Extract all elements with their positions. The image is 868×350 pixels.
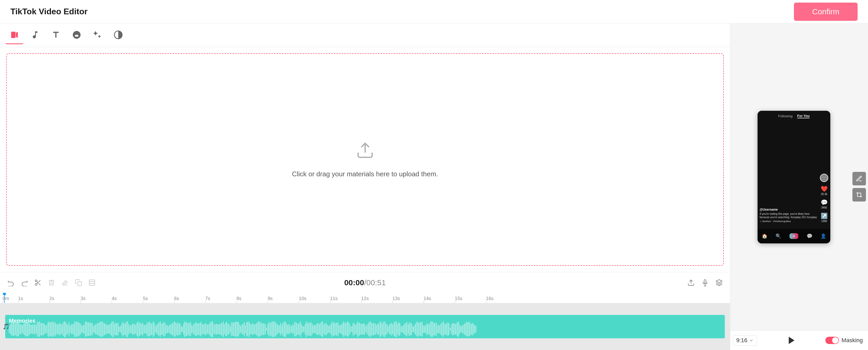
tiktok-username: @Username: [760, 208, 817, 211]
ruler-mark-11s: 11s: [330, 296, 361, 303]
masking-switch[interactable]: [826, 337, 839, 344]
layout-button[interactable]: [86, 277, 98, 288]
following-tab[interactable]: Following: [778, 114, 793, 118]
ruler-mark-10s: 10s: [299, 296, 330, 303]
music-title: Woohoo - ChristinaAguilera: [762, 220, 791, 223]
comment-icon: 💬: [821, 199, 828, 206]
upload-media-button[interactable]: [685, 277, 697, 288]
timeline-right-icons: [685, 277, 725, 288]
phone-preview: Following For You ❤️ 25.3k 💬: [757, 111, 830, 243]
undo-button[interactable]: [5, 277, 17, 288]
crop-icon: [856, 192, 863, 198]
tiktok-avatar: [820, 174, 828, 182]
ruler-mark-15s: 15s: [455, 296, 486, 303]
audio-icon: [30, 30, 40, 39]
redo-button[interactable]: [19, 277, 30, 288]
svg-point-2: [35, 280, 37, 282]
tiktok-share-wrap[interactable]: ↗️ 1358: [821, 213, 828, 223]
for-you-tab[interactable]: For You: [797, 114, 810, 118]
like-count: 25.3k: [821, 193, 827, 196]
draw-tool-button[interactable]: [852, 172, 866, 185]
waveform: // Generate waveform bars inline const b…: [5, 320, 725, 338]
svg-rect-8: [78, 282, 82, 286]
tab-audio[interactable]: [26, 26, 44, 44]
tiktok-like-wrap[interactable]: ❤️ 25.3k: [821, 186, 828, 196]
aspect-ratio-select[interactable]: 9:16: [733, 335, 757, 346]
masking-label: Masking: [841, 337, 863, 344]
left-panel: Click or drag your materials here to upl…: [0, 23, 730, 350]
ruler-mark-13s: 13s: [393, 296, 424, 303]
tiktok-music: ♫ Woohoo - ChristinaAguilera: [760, 220, 817, 223]
tab-text[interactable]: [47, 26, 65, 44]
svg-point-3: [35, 284, 37, 285]
timeline-ruler: 0m 1s 2s 3s: [0, 293, 730, 303]
music-note-icon: ♫: [760, 220, 762, 223]
tiktok-comment-wrap[interactable]: 💬 3456: [821, 199, 828, 209]
preview-container: Following For You ❤️ 25.3k 💬: [730, 23, 868, 330]
heart-icon: ❤️: [821, 186, 828, 193]
toolbar-tabs: [0, 23, 730, 47]
svg-line-6: [37, 281, 38, 283]
messages-nav-icon[interactable]: 💬: [807, 233, 812, 239]
timeline-section: 0m 1s 2s 3s: [0, 293, 730, 350]
profile-nav-icon[interactable]: 👤: [820, 233, 826, 239]
delete-button[interactable]: [46, 277, 57, 288]
sticker-icon: [72, 30, 81, 39]
ruler-mark-1s: 1s: [18, 296, 50, 303]
ruler-mark-6s: 6s: [174, 296, 205, 303]
cut-button[interactable]: [32, 277, 44, 288]
preview-controls: 9:16 Masking: [730, 330, 868, 350]
svg-rect-13: [704, 280, 706, 283]
share-count: 1358: [821, 220, 827, 223]
confirm-button[interactable]: Confirm: [794, 3, 858, 21]
home-nav-icon[interactable]: 🏠: [762, 233, 768, 239]
tiktok-bottom-nav: 🏠 🔍 + 💬 👤: [757, 229, 830, 243]
audio-track-label: Memories: [9, 318, 36, 324]
ruler-mark-14s: 14s: [424, 296, 455, 303]
header: TikTok Video Editor Confirm: [0, 0, 868, 23]
timeline-bar: 00:00 / 00:51: [0, 272, 730, 293]
masking-toggle: Masking: [826, 337, 863, 344]
mic-button[interactable]: [699, 277, 711, 288]
tab-effects[interactable]: [88, 26, 106, 44]
current-time: 00:00: [344, 278, 364, 287]
play-button[interactable]: [784, 334, 798, 347]
tiktok-description: If you're visiting this page, you're lik…: [760, 212, 817, 219]
ruler-mark-4s: 4s: [112, 296, 143, 303]
app-title: TikTok Video Editor: [10, 7, 88, 17]
tiktok-tabs: Following For You: [757, 114, 830, 118]
audio-note-icon: 🎵: [3, 323, 10, 330]
audio-track[interactable]: Memories // Generate waveform bars inlin…: [5, 315, 725, 338]
tab-video[interactable]: [5, 26, 23, 44]
ruler-mark-0m: 0m: [3, 296, 18, 303]
tiktok-bottom-text: @Username If you're visiting this page, …: [760, 208, 817, 223]
time-separator: /: [364, 278, 366, 287]
eraser-button[interactable]: [59, 277, 71, 288]
search-nav-icon[interactable]: 🔍: [775, 233, 781, 239]
tiktok-side-icons: ❤️ 25.3k 💬 3456 ↗️ 1358: [820, 174, 828, 223]
audio-track-container: 🎵 Memories // Generate waveform bars inl…: [0, 303, 730, 350]
upload-cloud-icon: [356, 141, 374, 164]
copy-button[interactable]: [73, 277, 84, 288]
tab-sticker[interactable]: [68, 26, 86, 44]
toggle-knob: [832, 337, 838, 344]
tab-filter[interactable]: [109, 26, 127, 44]
total-time: 00:51: [366, 278, 386, 287]
ruler-mark-12s: 12s: [361, 296, 393, 303]
ruler-mark-7s: 7s: [205, 296, 237, 303]
chevron-down-icon: [749, 338, 754, 343]
layers-button[interactable]: [713, 277, 725, 288]
ruler-mark-8s: 8s: [237, 296, 268, 303]
ruler-marks: 0m 1s 2s 3s: [0, 293, 520, 303]
video-icon: [10, 30, 19, 39]
comment-count: 3456: [821, 206, 827, 209]
timeline-icons-group: [5, 277, 98, 288]
svg-rect-17: [858, 193, 861, 197]
time-display: 00:00 / 00:51: [344, 278, 386, 287]
create-nav-button[interactable]: +: [789, 233, 798, 239]
main-container: Click or drag your materials here to upl…: [0, 23, 868, 350]
ruler-mark-2s: 2s: [50, 296, 81, 303]
playhead[interactable]: [4, 293, 5, 303]
upload-area[interactable]: Click or drag your materials here to upl…: [6, 53, 724, 266]
crop-tool-button[interactable]: [852, 188, 866, 202]
